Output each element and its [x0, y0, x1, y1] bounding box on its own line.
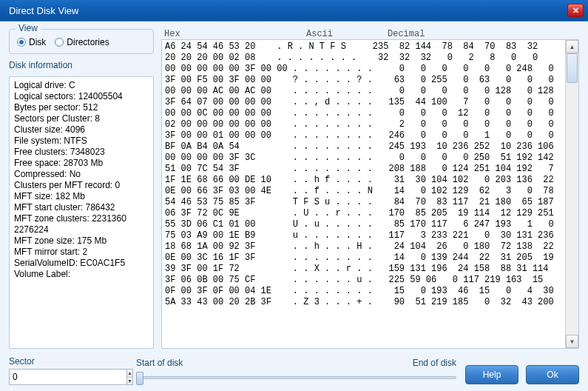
main-row: View Disk Directories Disk information L…	[9, 29, 579, 349]
hex-body-wrap: A6 24 54 46 53 20 . R . N T F S 235 82 1…	[161, 39, 579, 349]
scrollbar[interactable]: ▲ ▼	[565, 40, 578, 348]
chevron-up-icon: ▲	[570, 44, 575, 50]
close-icon: ✕	[572, 6, 579, 16]
view-legend: View	[16, 23, 41, 33]
hex-header-hex: Hex	[164, 29, 306, 39]
sector-spinner: ▲ ▼	[127, 369, 133, 385]
left-column: View Disk Directories Disk information L…	[9, 29, 154, 349]
hex-row: 00 00 00 00 3F 3C . . . . . . . . 0 0 0 …	[165, 153, 562, 164]
disk-info-line: MFT zone clusters: 2231360 2276224	[14, 213, 149, 235]
hex-row: 0E 00 66 3F 03 00 4E . . f . . . . N 14 …	[165, 186, 562, 197]
radio-directories[interactable]: Directories	[55, 37, 109, 47]
spinner-up[interactable]: ▲	[127, 370, 132, 378]
hex-row: 1F 1E 68 66 00 DE 10 . . h f . . . . 31 …	[165, 175, 562, 186]
disk-info-line: File system: NTFS	[14, 136, 149, 147]
hex-row: 20 20 20 00 02 08 . . . . . . . . 32 32 …	[165, 53, 562, 64]
disk-info-line: MFT size: 182 Mb	[14, 191, 149, 202]
hex-row: 75 03 A9 00 1E B9 u . . . . . . . 117 3 …	[165, 230, 562, 241]
hex-row: 3F 00 00 01 00 00 00 . . . . . . . . 246…	[165, 130, 562, 141]
disk-info-line: Bytes per sector: 512	[14, 102, 149, 113]
hex-row: 06 3F 72 0C 9E . U . . r . . . 170 85 20…	[165, 208, 562, 219]
hex-row: 00 00 00 AC 00 AC 00 . . . . . . . . 0 0…	[165, 86, 562, 97]
disk-info-line: MFT start cluster: 786432	[14, 202, 149, 213]
hex-row: 18 68 1A 00 92 3F . . h . . . H . 24 104…	[165, 241, 562, 253]
disk-info-line: Volume Label:	[14, 269, 149, 280]
ok-button[interactable]: Ok	[526, 365, 579, 384]
slider-track[interactable]	[136, 370, 456, 385]
hex-row: BF 0A B4 0A 54 . . . . . . . . 245 193 1…	[165, 141, 562, 153]
scroll-down-button[interactable]: ▼	[566, 335, 578, 348]
chevron-down-icon: ▼	[570, 338, 575, 345]
slider-rail	[136, 376, 456, 379]
hex-row: 00 00 00 00 00 3F 00 00 . . . . . . . . …	[165, 64, 562, 75]
radio-icon	[55, 38, 64, 47]
disk-info-line: MFT mirror start: 2	[14, 247, 149, 258]
disk-info-line: Clusters per MFT record: 0	[14, 180, 149, 191]
close-button[interactable]: ✕	[567, 4, 584, 17]
button-group: Help Ok	[465, 365, 579, 385]
disk-info-line: Sectors per Cluster: 8	[14, 113, 149, 124]
disk-info-line: Logical sectors: 124005504	[14, 91, 149, 102]
hex-row: 3F 06 0B 00 75 CF . . . . . . u . 225 59…	[165, 275, 562, 286]
disk-info-title: Disk information	[9, 60, 154, 70]
radio-directories-label: Directories	[67, 37, 109, 47]
hex-row: A6 24 54 46 53 20 . R . N T F S 235 82 1…	[165, 41, 562, 53]
disk-info-line: SerialVolumeID: EC0AC1F5	[14, 258, 149, 269]
slider-end-label: End of disk	[413, 358, 456, 368]
hex-row: 02 00 00 00 00 00 00 . . . . . . . . 2 0…	[165, 119, 562, 130]
sector-group: Sector ▲ ▼	[9, 356, 127, 385]
disk-info-line: Free space: 28703 Mb	[14, 158, 149, 169]
titlebar: Direct Disk View ✕	[0, 0, 588, 21]
hex-row: 00 00 0C 00 00 00 00 . . . . . . . . 0 0…	[165, 108, 562, 119]
disk-info-line: Free clusters: 7348023	[14, 147, 149, 158]
hex-panel: Hex Ascii Decimal A6 24 54 46 53 20 . R …	[161, 29, 579, 349]
hex-row: 55 3D 06 C1 01 00 U . u . . . . . 85 170…	[165, 219, 562, 230]
hex-row: 54 46 53 75 85 3F T F S u . . . . 84 70 …	[165, 197, 562, 208]
chevron-up-icon: ▲	[127, 370, 132, 375]
hex-header-ascii: Ascii	[306, 29, 388, 39]
hex-row: 0F 00 3F 0F 00 04 1E . . . . . . . . 15 …	[165, 286, 562, 297]
hex-row: 5A 33 43 00 20 2B 3F . Z 3 . . . + . 90 …	[165, 297, 562, 308]
hex-row: 39 3F 00 1F 72 . . X . . r . . 159 131 1…	[165, 264, 562, 275]
hex-body[interactable]: A6 24 54 46 53 20 . R . N T F S 235 82 1…	[162, 40, 565, 348]
help-button[interactable]: Help	[465, 365, 518, 384]
disk-info-line: Cluster size: 4096	[14, 124, 149, 136]
sector-input[interactable]	[9, 369, 127, 385]
hex-header-decimal: Decimal	[388, 29, 425, 39]
spinner-down[interactable]: ▼	[127, 378, 132, 385]
scroll-thumb[interactable]	[567, 53, 578, 83]
sector-label: Sector	[9, 356, 127, 367]
slider-start-label: Start of disk	[136, 358, 183, 368]
disk-info-line: Compressed: No	[14, 169, 149, 180]
disk-info-line: Logical drive: C	[14, 80, 149, 91]
hex-row: 51 00 7C 54 3F . . . . . . . . 208 188 0…	[165, 164, 562, 175]
disk-info-line: MFT zone size: 175 Mb	[14, 235, 149, 247]
radio-disk[interactable]: Disk	[17, 37, 46, 47]
hex-row: 3F 00 F5 00 3F 00 00 ? . . . . . ? . 63 …	[165, 75, 562, 86]
view-group: View Disk Directories	[9, 29, 154, 54]
hex-row: 3F 64 07 00 00 00 00 . . , d . . . . 135…	[165, 97, 562, 108]
bottom-row: Sector ▲ ▼ Start of disk End of disk Hel…	[9, 356, 579, 385]
hex-header: Hex Ascii Decimal	[161, 29, 579, 39]
slider-thumb[interactable]	[136, 372, 143, 385]
scroll-track[interactable]	[566, 53, 578, 335]
hex-row: 0E 00 3C 16 1F 3F . . . . . . . . 14 0 1…	[165, 253, 562, 264]
scroll-up-button[interactable]: ▲	[566, 40, 578, 53]
disk-info-panel: Logical drive: CLogical sectors: 1240055…	[9, 76, 154, 349]
radio-disk-label: Disk	[29, 37, 46, 47]
chevron-down-icon: ▼	[127, 378, 132, 384]
app-body: View Disk Directories Disk information L…	[0, 21, 588, 391]
slider-group: Start of disk End of disk	[136, 358, 456, 385]
radio-icon	[17, 38, 26, 47]
window-title: Direct Disk View	[9, 5, 567, 16]
